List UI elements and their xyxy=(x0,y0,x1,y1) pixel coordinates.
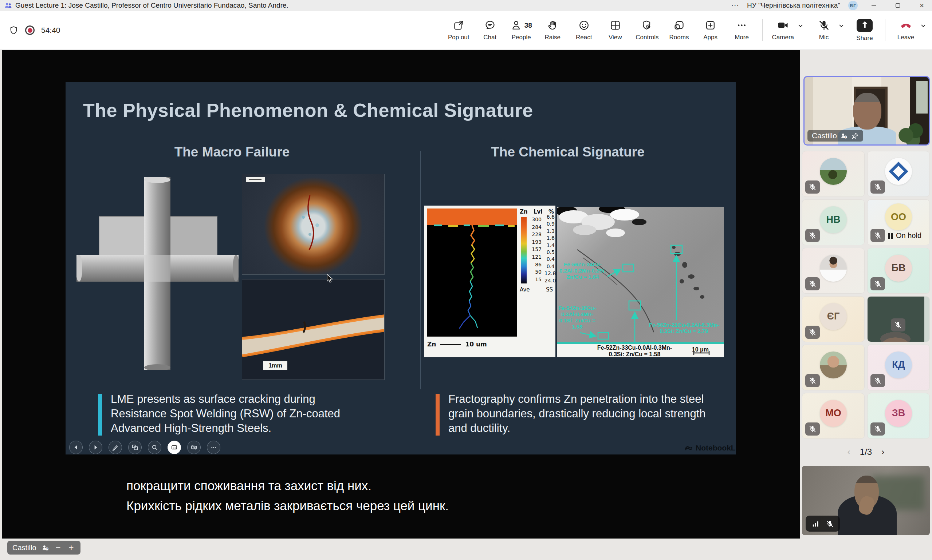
camera-button[interactable]: Camera xyxy=(772,19,794,41)
attendee-question-icon: ? xyxy=(42,544,49,552)
titlebar-overflow-icon[interactable]: ⋯ xyxy=(731,1,739,10)
pin-icon xyxy=(851,132,859,140)
more-button[interactable]: More xyxy=(731,19,753,41)
content-zoom-chip: Castillo ? − + xyxy=(7,541,80,555)
participant-tile[interactable] xyxy=(802,151,865,197)
svg-text:?: ? xyxy=(46,548,47,550)
chat-button[interactable]: Chat xyxy=(479,19,501,41)
subtitle-line-2: Крихкість рідких металів закривається че… xyxy=(127,498,449,513)
captions-icon xyxy=(168,441,181,454)
camera-options-chevron[interactable] xyxy=(798,19,804,30)
zoom-out-button[interactable]: − xyxy=(54,543,62,553)
eds-element-label: Zn xyxy=(427,341,436,348)
macro-failure-heading: The Macro Failure xyxy=(123,145,341,160)
pager-next-icon[interactable]: › xyxy=(881,447,884,457)
presenter-cursor-icon xyxy=(326,274,335,285)
mic-muted-icon xyxy=(805,374,820,387)
share-icon xyxy=(856,19,873,32)
eds-zn-map-panel: Zn Lvl % 300284228193157121865015 6.60.9… xyxy=(424,206,555,357)
mic-button[interactable]: Mic xyxy=(813,19,835,41)
photo-scale-label: 1mm xyxy=(263,362,287,370)
pause-icon xyxy=(888,233,893,239)
participant-tile[interactable]: БВ xyxy=(867,248,930,294)
participants-pager: ‹ 1/3 › xyxy=(802,447,930,457)
camera-off-icon xyxy=(187,441,201,454)
participant-tile[interactable]: МО xyxy=(802,393,865,439)
eds-colorbar xyxy=(521,217,527,283)
leave-button[interactable]: Leave xyxy=(895,19,917,41)
minimize-button[interactable] xyxy=(866,0,882,11)
self-view-status xyxy=(805,515,840,532)
mic-muted-icon xyxy=(805,229,820,242)
cross-section-photo: 1mm xyxy=(242,279,384,380)
signal-strength-icon xyxy=(812,520,820,528)
sem-annotation-d: Fe-56Zn-21Cu-0.2Al-6.3Mn-0.3Si: Zn/Cu = … xyxy=(644,322,724,334)
participant-tile[interactable]: ОО On hold xyxy=(867,199,930,245)
chem-caption: Fractography confirms Zn penetration int… xyxy=(448,392,711,435)
speaker-name-chip: Castillo ? xyxy=(807,130,863,142)
avatar: ЗВ xyxy=(885,400,912,427)
teams-icon xyxy=(5,2,12,9)
macro-caption: LME presents as surface cracking during … xyxy=(111,392,366,435)
sem-annotation-c: Fe-52Zn-33Cu-0.0Al-0.3Mn-0.3Si: Zn/Cu = … xyxy=(592,345,677,357)
next-icon xyxy=(89,441,102,454)
rooms-button[interactable]: Rooms xyxy=(668,19,690,41)
chat-icon xyxy=(484,19,496,31)
mic-muted-icon xyxy=(805,326,820,339)
participant-tile[interactable]: НВ xyxy=(802,199,865,245)
controls-shield-icon xyxy=(641,19,653,31)
chemical-signature-heading: The Chemical Signature xyxy=(458,145,677,160)
presentation-slide: The Physical Phenomenon & Chemical Signa… xyxy=(66,82,736,454)
close-button[interactable]: ✕ xyxy=(914,0,930,11)
mic-muted-icon xyxy=(870,423,885,435)
participant-video-tile[interactable] xyxy=(867,296,930,342)
mic-muted-icon xyxy=(870,374,885,387)
apps-button[interactable]: Apps xyxy=(700,19,722,41)
participant-tile[interactable]: КД xyxy=(867,345,930,391)
people-icon xyxy=(511,19,523,31)
mic-options-chevron[interactable] xyxy=(838,19,844,30)
recording-indicator-icon xyxy=(25,25,35,35)
notebooklm-icon xyxy=(685,444,693,452)
toolbar-divider xyxy=(762,19,763,41)
react-icon xyxy=(578,19,590,31)
view-button[interactable]: View xyxy=(604,19,626,41)
participant-tile[interactable] xyxy=(867,151,930,197)
self-view-tile[interactable] xyxy=(802,466,930,535)
eds-legend-zn: Zn xyxy=(520,209,528,215)
controls-button[interactable]: Controls xyxy=(636,19,659,41)
participant-tile[interactable]: ЗВ xyxy=(867,393,930,439)
raise-hand-button[interactable]: Raise xyxy=(542,19,563,41)
share-button[interactable]: Share xyxy=(854,19,876,42)
apps-icon xyxy=(704,19,716,31)
account-avatar[interactable]: БГ xyxy=(848,1,858,10)
speaker-video-tile[interactable]: Castillo ? xyxy=(804,76,930,146)
leave-options-chevron[interactable] xyxy=(920,19,926,30)
participant-tile[interactable]: ЄГ xyxy=(802,296,865,342)
avatar: ОО xyxy=(885,203,912,230)
svg-text:?: ? xyxy=(845,136,846,138)
people-button[interactable]: 38 People xyxy=(510,19,532,41)
popout-button[interactable]: Pop out xyxy=(447,19,469,41)
notebooklm-brand: NotebookLM xyxy=(685,443,736,452)
mic-muted-icon xyxy=(805,277,820,290)
mic-muted-icon xyxy=(870,180,885,194)
avatar xyxy=(885,158,912,185)
column-divider xyxy=(420,151,421,389)
eds-scale-label: 10 um xyxy=(465,341,486,348)
speaker-name: Castillo xyxy=(812,131,837,140)
shared-screen-stage: The Physical Phenomenon & Chemical Signa… xyxy=(2,50,800,538)
mic-muted-icon xyxy=(805,423,820,435)
participant-tile[interactable] xyxy=(802,248,865,294)
shield-icon[interactable] xyxy=(9,25,19,35)
avatar: ЄГ xyxy=(820,303,847,330)
weld-surface-photo xyxy=(242,174,384,275)
on-hold-status: On hold xyxy=(888,231,921,240)
participant-tile[interactable] xyxy=(802,345,865,391)
maximize-button[interactable] xyxy=(890,0,906,11)
popout-icon xyxy=(453,19,465,31)
react-button[interactable]: React xyxy=(573,19,595,41)
layout-icon xyxy=(128,441,142,454)
pager-prev-icon[interactable]: ‹ xyxy=(847,447,850,457)
zoom-in-button[interactable]: + xyxy=(67,543,76,553)
